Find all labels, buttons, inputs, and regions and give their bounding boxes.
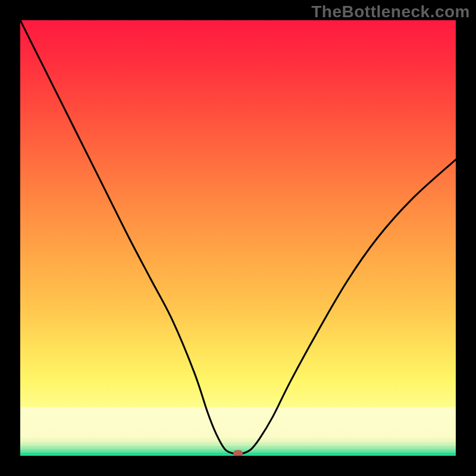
bottleneck-curve [20, 20, 456, 454]
watermark-text: TheBottleneck.com [311, 2, 470, 21]
curve-svg [20, 20, 456, 456]
min-point-marker [233, 450, 243, 456]
plot-area [20, 20, 456, 456]
chart-container: TheBottleneck.com [0, 0, 476, 476]
